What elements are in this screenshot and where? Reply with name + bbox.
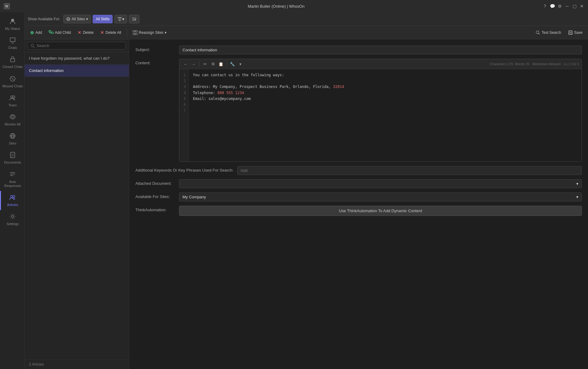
- team-icon: [9, 94, 16, 102]
- svg-point-7: [13, 96, 15, 98]
- chat-icon[interactable]: 💬: [550, 4, 555, 9]
- my-status-icon: [9, 18, 16, 26]
- all-skills-button[interactable]: All Skills: [93, 15, 113, 23]
- thinkautomation-button[interactable]: Use ThinkAutomation To Add Dynamic Conte…: [179, 206, 582, 216]
- content-area: Show Available For: All Sites ▾ All Skil…: [25, 12, 588, 369]
- sidebar-item-documents[interactable]: Documents: [0, 149, 24, 168]
- svg-point-21: [12, 216, 14, 218]
- svg-point-37: [536, 31, 539, 34]
- svg-point-20: [13, 195, 15, 197]
- add-child-button[interactable]: Add Child: [46, 28, 73, 37]
- svg-point-8: [11, 116, 14, 118]
- svg-line-38: [538, 33, 540, 34]
- filter-icon: [117, 17, 122, 22]
- code-line-3: Address: My Company, Prospect Business P…: [193, 84, 577, 90]
- sort-button[interactable]: [129, 15, 139, 23]
- tool-icon-button[interactable]: 🔧: [229, 60, 236, 68]
- maximize-icon[interactable]: ▢: [572, 4, 577, 9]
- sidebar-item-my-status[interactable]: My Status: [0, 15, 24, 34]
- closed-chats-icon: [9, 56, 16, 64]
- sidebar-item-label-monitor-all: Monitor All: [5, 122, 20, 126]
- available-sites-label: Available For Sites:: [135, 192, 175, 199]
- sidebar-item-monitor-all[interactable]: Monitor All: [0, 110, 24, 129]
- cut-button[interactable]: ✂: [201, 60, 209, 68]
- toolbar-top: Show Available For: All Sites ▾ All Skil…: [25, 12, 588, 26]
- search-input[interactable]: [37, 43, 123, 48]
- main-body: I have forgotten my password, what can I…: [25, 39, 588, 369]
- keywords-input[interactable]: [237, 166, 582, 175]
- settings-icon: [9, 213, 16, 221]
- paste-button[interactable]: 📋: [217, 60, 225, 68]
- sidebar-item-settings[interactable]: Settings: [0, 210, 24, 229]
- sidebar-item-chats[interactable]: Chats: [0, 34, 24, 53]
- minimize-icon[interactable]: ─: [565, 4, 570, 9]
- editor-body: 1 2 3 4 5 6 7 You can contact us in the …: [179, 69, 582, 161]
- article-list-panel: I have forgotten my password, what can I…: [25, 39, 129, 369]
- article-editor-panel: Subject: Content: ← → ✂ ⧉ 📋: [129, 39, 588, 369]
- attached-doc-dropdown[interactable]: ▾: [179, 179, 582, 188]
- add-child-icon: [49, 30, 54, 35]
- toolbar-left-actions: ⊕ Add Add Child ✕ Delete ✕ Delete All: [28, 28, 169, 37]
- article-item-2[interactable]: Contact information: [25, 65, 129, 77]
- sidebar-item-sites[interactable]: Sites: [0, 129, 24, 149]
- save-label: Save: [574, 30, 582, 35]
- help-icon[interactable]: ?: [542, 4, 547, 9]
- content-label: Content:: [135, 59, 175, 65]
- test-search-label: Test Search: [542, 30, 561, 35]
- subject-input[interactable]: [179, 46, 582, 54]
- sidebar-item-label-closed-chats: Closed Chats: [2, 65, 23, 69]
- add-child-label: Add Child: [55, 30, 71, 35]
- sidebar-item-articles[interactable]: Articles: [0, 191, 24, 210]
- sidebar-item-label-my-status: My Status: [5, 27, 20, 31]
- svg-point-19: [11, 195, 13, 197]
- toolbar-right-actions: Test Search Save: [533, 28, 585, 37]
- keywords-label: Additional Keywords Or Key Phrases Used …: [135, 166, 234, 173]
- copy-button[interactable]: ⧉: [209, 60, 217, 68]
- line-num-5: 5: [182, 96, 186, 102]
- keywords-row: Additional Keywords Or Key Phrases Used …: [135, 166, 582, 175]
- all-sites-dropdown[interactable]: All Sites ▾: [63, 15, 91, 23]
- subject-label: Subject:: [135, 46, 175, 52]
- sidebar-item-closed-chats[interactable]: Closed Chats: [0, 53, 24, 72]
- delete-button[interactable]: ✕ Delete: [75, 28, 96, 37]
- svg-rect-26: [118, 19, 121, 19]
- search-icon: [30, 44, 35, 48]
- test-search-icon: [535, 30, 540, 35]
- available-sites-chevron: ▾: [576, 195, 578, 199]
- editor-tool-sep-2: [226, 61, 227, 67]
- editor-content[interactable]: You can contact us in the following ways…: [189, 69, 582, 161]
- line-num-4: 4: [182, 90, 186, 96]
- sidebar-item-team[interactable]: Team: [0, 91, 24, 110]
- add-button[interactable]: ⊕ Add: [28, 28, 44, 37]
- search-bar: [25, 39, 129, 52]
- documents-icon: [9, 152, 16, 159]
- svg-rect-40: [570, 31, 571, 32]
- undo-button[interactable]: ←: [182, 60, 189, 68]
- filter-button[interactable]: ▾: [114, 15, 127, 23]
- line-numbers: 1 2 3 4 5 6 7: [179, 69, 189, 161]
- delete-all-label: Delete All: [106, 30, 121, 35]
- add-label: Add: [35, 30, 42, 35]
- test-search-button[interactable]: Test Search: [533, 28, 563, 37]
- chevron-down-editor[interactable]: ▾: [237, 60, 244, 68]
- settings-icon[interactable]: ⚙: [557, 4, 562, 9]
- sidebar-item-missed-chats[interactable]: Missed Chats: [0, 72, 24, 91]
- svg-rect-41: [569, 33, 572, 34]
- close-icon[interactable]: ✕: [579, 4, 584, 9]
- available-sites-dropdown[interactable]: My Company ▾: [179, 192, 582, 201]
- delete-all-button[interactable]: ✕ Delete All: [98, 28, 124, 37]
- reassign-icon: [133, 30, 138, 35]
- reassign-sites-button[interactable]: Reassign Sites ▾: [130, 28, 169, 37]
- articles-icon: [9, 194, 16, 202]
- editor-position: Ln 1 Col 1: [564, 62, 579, 66]
- add-circle-icon: ⊕: [30, 30, 34, 35]
- editor-toolbar: ← → ✂ ⧉ 📋 🔧 ▾ Characters 170, Words 25 M…: [179, 59, 582, 69]
- subject-row: Subject:: [135, 46, 582, 54]
- delete-all-x-icon: ✕: [100, 30, 104, 35]
- redo-button[interactable]: →: [190, 60, 197, 68]
- article-item-1[interactable]: I have forgotten my password, what can I…: [25, 52, 129, 65]
- save-button[interactable]: Save: [566, 28, 585, 37]
- svg-point-42: [31, 44, 34, 47]
- sidebar-item-auto-responses[interactable]: Auto Responses: [0, 168, 24, 191]
- svg-line-43: [33, 46, 34, 48]
